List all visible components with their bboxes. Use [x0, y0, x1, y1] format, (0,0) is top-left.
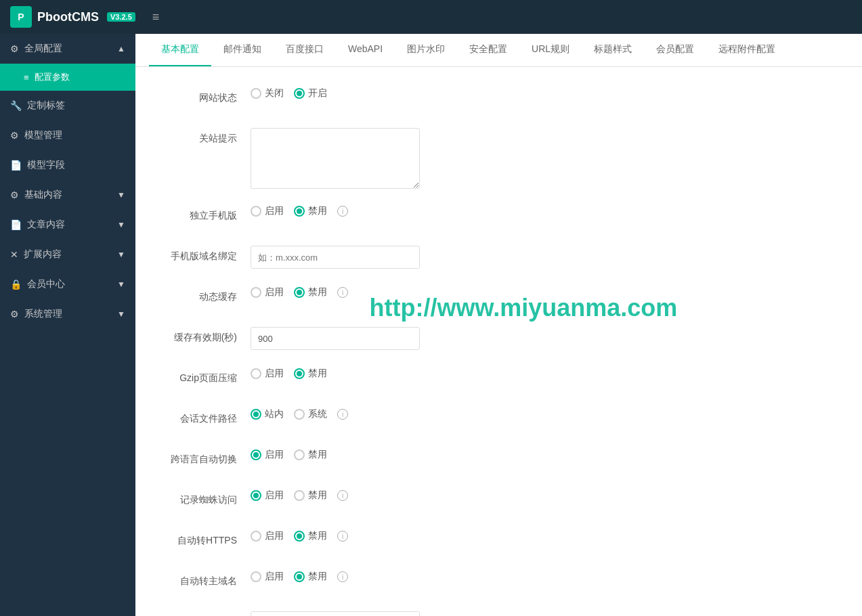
control-close-tip	[251, 128, 835, 189]
sidebar-label-config-params: 配置参数	[35, 71, 70, 83]
radio-domain-disable[interactable]: 禁用	[294, 571, 327, 583]
form-content: 网站状态 关闭 开启 关站提示	[135, 67, 862, 616]
info-icon-session-path[interactable]: i	[337, 409, 348, 420]
topbar: P PbootCMS V3.2.5 ≡	[0, 0, 862, 34]
radio-dynamic-cache-enable[interactable]: 启用	[251, 286, 284, 299]
radio-https-enable[interactable]: 启用	[251, 530, 284, 542]
radio-circle-domain-disable	[294, 571, 305, 582]
radio-circle-lang-enable	[251, 449, 261, 460]
sidebar-item-basic-content[interactable]: ⚙ 基础内容 ▼	[0, 180, 135, 210]
radio-domain-enable[interactable]: 启用	[251, 571, 284, 583]
sidebar-item-system-manage[interactable]: ⚙ 系统管理 ▼	[0, 299, 135, 329]
control-auto-https: 启用 禁用 i	[251, 530, 835, 542]
basic-content-icon: ⚙	[10, 190, 19, 200]
sidebar-label-article-content: 文章内容	[27, 219, 65, 231]
chevron-down-icon-basic: ▼	[117, 190, 125, 200]
radio-spider-enable[interactable]: 启用	[251, 489, 284, 502]
label-gzip: Gzip页面压缩	[163, 368, 251, 384]
sidebar-item-config-params[interactable]: ≡ 配置参数	[0, 64, 135, 91]
radio-lang-enable[interactable]: 启用	[251, 449, 284, 461]
input-mobile-domain[interactable]	[251, 246, 420, 269]
radio-website-status-open[interactable]: 开启	[294, 87, 327, 100]
radio-circle-session-system	[294, 409, 305, 420]
radio-group-session-path: 站内 系统	[251, 408, 327, 420]
tab-title-style[interactable]: 标题样式	[582, 34, 644, 66]
radio-group-spider-log: 启用 禁用	[251, 489, 327, 502]
tab-url[interactable]: URL规则	[519, 34, 582, 66]
radio-circle-spider-disable	[294, 490, 305, 501]
label-main-domain: 网站主域名	[163, 611, 251, 616]
label-cache-expire: 缓存有效期(秒)	[163, 327, 251, 344]
radio-session-site[interactable]: 站内	[251, 408, 284, 420]
radio-group-mobile-version: 启用 禁用	[251, 205, 327, 217]
sidebar-item-article-content[interactable]: 📄 文章内容 ▼	[0, 210, 135, 240]
radio-website-status-close[interactable]: 关闭	[251, 87, 284, 100]
radio-session-system[interactable]: 系统	[294, 408, 327, 420]
radio-circle-cache-disable	[294, 287, 305, 298]
sidebar-item-global-config[interactable]: ⚙ 全局配置 ▲	[0, 34, 135, 64]
radio-circle-mobile-disable	[294, 206, 305, 217]
sidebar-item-member-center[interactable]: 🔒 会员中心 ▼	[0, 269, 135, 299]
row-mobile-version: 独立手机版 启用 禁用 i	[163, 205, 835, 229]
label-lang-switch: 跨语言自动切换	[163, 449, 251, 466]
custom-tags-icon: 🔧	[10, 100, 22, 111]
chevron-down-icon-extend: ▼	[117, 250, 125, 259]
radio-spider-disable[interactable]: 禁用	[294, 489, 327, 502]
input-main-domain[interactable]	[251, 611, 420, 616]
sidebar-label-system-manage: 系统管理	[24, 308, 62, 320]
control-session-path: 站内 系统 i	[251, 408, 835, 420]
label-session-path: 会话文件路径	[163, 408, 251, 425]
radio-dynamic-cache-disable[interactable]: 禁用	[294, 286, 327, 299]
row-mobile-domain: 手机版域名绑定	[163, 246, 835, 270]
tab-basic[interactable]: 基本配置	[149, 34, 211, 66]
control-gzip: 启用 禁用	[251, 368, 835, 380]
radio-circle-gzip-disable	[294, 368, 305, 379]
sidebar-item-extend-content[interactable]: ✕ 扩展内容 ▼	[0, 240, 135, 269]
row-lang-switch: 跨语言自动切换 启用 禁用	[163, 449, 835, 473]
radio-group-gzip: 启用 禁用	[251, 368, 327, 380]
radio-circle-https-disable	[294, 531, 305, 542]
sidebar-item-custom-tags[interactable]: 🔧 定制标签	[0, 91, 135, 120]
label-auto-https: 自动转HTTPS	[163, 530, 251, 547]
radio-circle-mobile-enable	[251, 206, 261, 217]
tab-member[interactable]: 会员配置	[644, 34, 706, 66]
info-icon-auto-domain[interactable]: i	[337, 571, 348, 582]
radio-lang-disable[interactable]: 禁用	[294, 449, 327, 461]
radio-gzip-disable[interactable]: 禁用	[294, 368, 327, 380]
row-auto-https: 自动转HTTPS 启用 禁用 i	[163, 530, 835, 554]
sidebar-label-custom-tags: 定制标签	[27, 100, 65, 112]
info-icon-auto-https[interactable]: i	[337, 531, 348, 542]
sidebar-item-model-manage[interactable]: ⚙ 模型管理	[0, 120, 135, 150]
system-manage-icon: ⚙	[10, 309, 19, 320]
tab-remote[interactable]: 远程附件配置	[706, 34, 788, 66]
radio-group-auto-https: 启用 禁用	[251, 530, 327, 542]
label-website-status: 网站状态	[163, 87, 251, 104]
logo: P PbootCMS V3.2.5	[10, 6, 135, 28]
row-website-status: 网站状态 关闭 开启	[163, 87, 835, 112]
tab-webapi[interactable]: WebAPI	[336, 34, 395, 66]
radio-circle-open	[294, 88, 305, 99]
radio-mobile-version-disable[interactable]: 禁用	[294, 205, 327, 217]
radio-circle-lang-disable	[294, 449, 305, 460]
radio-mobile-version-enable[interactable]: 启用	[251, 205, 284, 217]
info-icon-mobile-version[interactable]: i	[337, 206, 348, 217]
info-icon-spider-log[interactable]: i	[337, 490, 348, 501]
article-content-icon: 📄	[10, 219, 22, 230]
tab-watermark[interactable]: 图片水印	[395, 34, 457, 66]
radio-https-disable[interactable]: 禁用	[294, 530, 327, 542]
label-mobile-version: 独立手机版	[163, 205, 251, 222]
textarea-close-tip[interactable]	[251, 128, 420, 189]
control-website-status: 关闭 开启	[251, 87, 835, 100]
tab-security[interactable]: 安全配置	[457, 34, 519, 66]
info-icon-dynamic-cache[interactable]: i	[337, 287, 348, 298]
sidebar-item-model-fields[interactable]: 📄 模型字段	[0, 150, 135, 180]
label-spider-log: 记录蜘蛛访问	[163, 489, 251, 506]
radio-circle-gzip-enable	[251, 368, 261, 379]
radio-gzip-enable[interactable]: 启用	[251, 368, 284, 380]
radio-circle-session-site	[251, 409, 261, 420]
radio-group-auto-domain: 启用 禁用	[251, 571, 327, 583]
tab-baidu[interactable]: 百度接口	[274, 34, 336, 66]
input-cache-expire[interactable]	[251, 327, 420, 350]
tab-mail[interactable]: 邮件通知	[211, 34, 274, 66]
menu-toggle-icon[interactable]: ≡	[152, 10, 160, 24]
